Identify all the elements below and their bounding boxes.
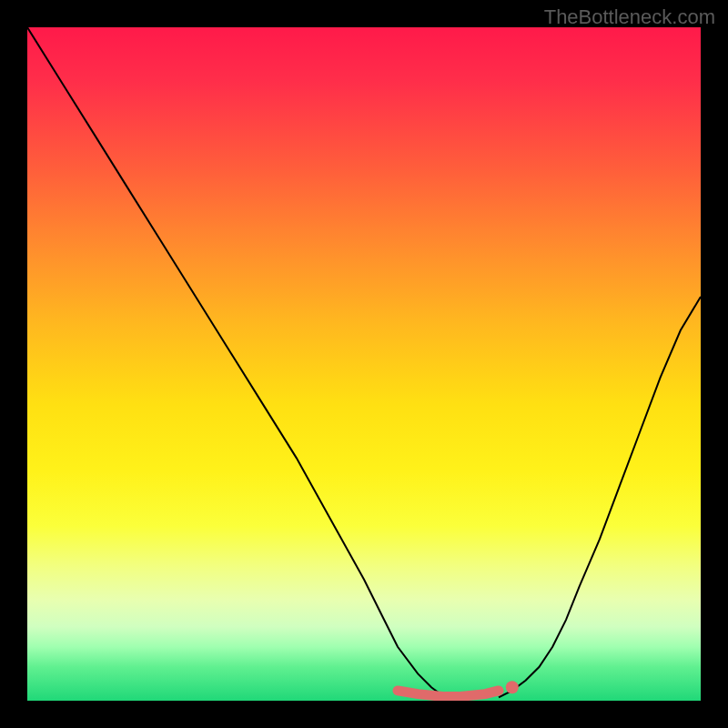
plot-area: [27, 27, 701, 701]
optimal-range-highlight: [398, 691, 499, 697]
right-curve: [499, 297, 701, 697]
chart-svg: [27, 27, 701, 701]
attribution-text: TheBottleneck.com: [544, 5, 715, 29]
marker-dot: [506, 681, 519, 693]
left-curve: [27, 27, 445, 697]
